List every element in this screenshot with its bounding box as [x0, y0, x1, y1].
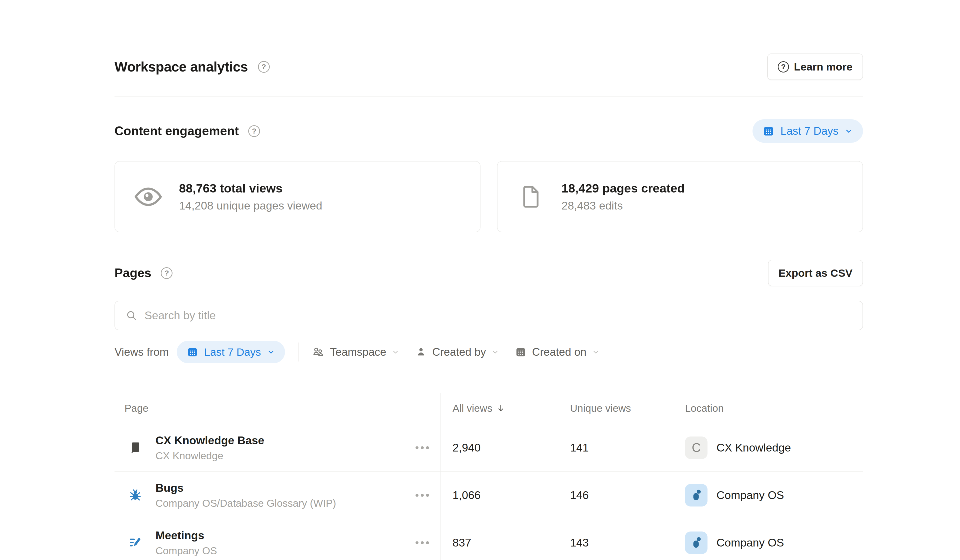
page-title-block: CX Knowledge Base CX Knowledge	[155, 434, 264, 462]
workspace-analytics-page: Workspace analytics ? ? Learn more Conte…	[115, 53, 863, 560]
calendar-icon	[515, 346, 526, 358]
date-range-dropdown[interactable]: Last 7 Days	[752, 119, 863, 143]
views-from-label: Views from	[115, 346, 169, 358]
sort-descending-icon	[496, 404, 505, 413]
company-os-logo-icon	[685, 531, 707, 554]
unique-views-cell: 141	[557, 441, 672, 454]
company-os-logo-icon	[685, 484, 707, 507]
page-row-title: CX Knowledge Base	[155, 434, 264, 447]
page-row-title: Bugs	[155, 482, 336, 494]
pages-created-card: 18,429 pages created 28,483 edits	[497, 161, 863, 232]
search-icon	[125, 309, 138, 322]
chevron-down-icon	[845, 127, 853, 135]
column-header-all-views[interactable]: All views	[440, 403, 557, 414]
header-divider	[115, 96, 863, 96]
pages-section-header: Pages ? Export as CSV	[115, 260, 863, 286]
pages-table: Page All views Unique views Location	[115, 393, 863, 560]
document-icon	[515, 184, 546, 210]
table-row[interactable]: Meetings Company OS 837 143 Company OS	[115, 519, 863, 560]
stat-cards: 88,763 total views 14,208 unique pages v…	[115, 161, 863, 232]
location-cell[interactable]: C CX Knowledge	[672, 437, 863, 459]
total-views-card: 88,763 total views 14,208 unique pages v…	[115, 161, 480, 232]
location-cell[interactable]: Company OS	[672, 484, 863, 507]
help-icon[interactable]: ?	[258, 61, 270, 73]
page-row-subtitle: Company OS/Database Glossary (WIP)	[155, 498, 336, 509]
learn-more-button[interactable]: ? Learn more	[767, 53, 863, 80]
total-views-text: 88,763 total views 14,208 unique pages v…	[179, 181, 322, 212]
all-views-cell: 837	[440, 536, 557, 549]
teamspace-filter[interactable]: Teamspace	[312, 346, 399, 358]
learn-more-label: Learn more	[794, 61, 853, 73]
calendar-icon	[763, 125, 774, 137]
content-engagement-title: Content engagement	[115, 124, 239, 138]
page-title: Workspace analytics	[115, 59, 248, 75]
page-cell: Meetings Company OS	[115, 529, 440, 557]
eye-icon	[133, 181, 163, 212]
chevron-down-icon	[491, 348, 499, 356]
views-date-range-label: Last 7 Days	[204, 346, 261, 358]
question-circle-icon: ?	[778, 61, 789, 72]
views-date-range-dropdown[interactable]: Last 7 Days	[177, 341, 285, 363]
book-icon	[128, 440, 143, 455]
page-row-subtitle: Company OS	[155, 545, 217, 557]
total-views-value: 88,763 total views	[179, 181, 322, 195]
location-cell[interactable]: Company OS	[672, 531, 863, 554]
all-views-cell: 2,940	[440, 441, 557, 454]
pages-title-wrap: Pages ?	[115, 266, 173, 280]
table-row[interactable]: Bugs Company OS/Database Glossary (WIP) …	[115, 472, 863, 519]
chevron-down-icon	[267, 348, 275, 356]
unique-views-cell: 146	[557, 489, 672, 502]
page-header: Workspace analytics ? ? Learn more	[115, 53, 863, 80]
date-range-label: Last 7 Days	[781, 125, 838, 137]
chevron-down-icon	[392, 348, 399, 356]
filter-row: Views from Last 7 Days	[115, 341, 863, 363]
teamspace-icon	[312, 346, 325, 358]
created-on-filter[interactable]: Created on	[515, 346, 600, 358]
search-input[interactable]	[144, 309, 852, 322]
edits-value: 28,483 edits	[562, 199, 685, 212]
table-row[interactable]: CX Knowledge Base CX Knowledge 2,940 141…	[115, 424, 863, 472]
table-column-divider	[440, 393, 440, 560]
teamspace-label: Teamspace	[330, 346, 386, 358]
help-icon[interactable]: ?	[248, 125, 260, 137]
created-by-label: Created by	[432, 346, 486, 358]
column-header-page[interactable]: Page	[115, 403, 440, 414]
created-on-label: Created on	[532, 346, 587, 358]
content-engagement-header: Content engagement ? Last 7 Days	[115, 119, 863, 143]
pages-created-value: 18,429 pages created	[562, 181, 685, 195]
page-cell: CX Knowledge Base CX Knowledge	[115, 434, 440, 462]
export-csv-button[interactable]: Export as CSV	[768, 260, 863, 286]
c-monogram-icon: C	[685, 437, 707, 459]
page-row-subtitle: CX Knowledge	[155, 450, 264, 462]
bug-icon	[128, 488, 143, 502]
person-icon	[415, 346, 427, 358]
export-csv-label: Export as CSV	[779, 267, 853, 279]
location-label: Company OS	[717, 536, 784, 549]
pages-title: Pages	[115, 266, 151, 280]
page-cell: Bugs Company OS/Database Glossary (WIP)	[115, 482, 440, 509]
search-bar[interactable]	[115, 301, 863, 330]
calendar-icon	[187, 346, 198, 358]
column-header-unique-views[interactable]: Unique views	[557, 403, 672, 414]
meetings-icon	[128, 536, 143, 550]
all-views-cell: 1,066	[440, 489, 557, 502]
pages-created-text: 18,429 pages created 28,483 edits	[562, 181, 685, 212]
chevron-down-icon	[592, 348, 600, 356]
location-label: Company OS	[717, 489, 784, 502]
help-icon[interactable]: ?	[161, 267, 173, 279]
unique-views-cell: 143	[557, 536, 672, 549]
more-options-button[interactable]	[416, 494, 429, 497]
table-header-row: Page All views Unique views Location	[115, 393, 863, 424]
unique-pages-viewed-value: 14,208 unique pages viewed	[179, 199, 322, 212]
filter-separator	[298, 342, 299, 362]
page-row-title: Meetings	[155, 529, 217, 542]
page-title-wrap: Workspace analytics ?	[115, 59, 270, 75]
page-title-block: Meetings Company OS	[155, 529, 217, 557]
more-options-button[interactable]	[416, 541, 429, 544]
column-header-location[interactable]: Location	[672, 403, 863, 414]
location-label: CX Knowledge	[717, 441, 791, 454]
content-engagement-title-wrap: Content engagement ?	[115, 124, 260, 138]
more-options-button[interactable]	[416, 446, 429, 449]
page-title-block: Bugs Company OS/Database Glossary (WIP)	[155, 482, 336, 509]
created-by-filter[interactable]: Created by	[415, 346, 499, 358]
